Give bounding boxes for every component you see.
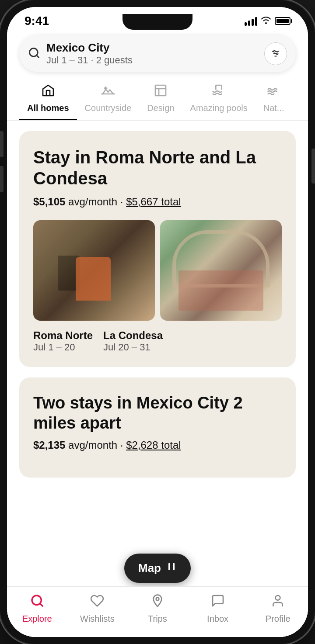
explore-icon bbox=[30, 594, 44, 611]
card-1-image-roma[interactable] bbox=[33, 220, 155, 321]
map-label: Map bbox=[138, 561, 161, 575]
nav-wishlists-label: Wishlists bbox=[80, 614, 115, 624]
tab-design-label: Design bbox=[147, 103, 174, 113]
search-bar[interactable]: Mexico City Jul 1 – 31 · 2 guests bbox=[19, 35, 296, 72]
card-1-price-avg: $5,105 bbox=[33, 196, 65, 208]
nav-profile[interactable]: Profile bbox=[260, 594, 295, 624]
sublocation-roma-name: Roma Norte bbox=[33, 329, 93, 342]
sublocation-condesa-name: La Condesa bbox=[103, 329, 163, 342]
map-pill[interactable]: Map bbox=[124, 554, 191, 583]
tab-design[interactable]: Design bbox=[139, 79, 182, 120]
nature-icon bbox=[267, 83, 281, 100]
notch bbox=[122, 14, 192, 30]
card-1-image-condesa[interactable] bbox=[160, 220, 282, 321]
sublocation-roma: Roma Norte Jul 1 – 20 bbox=[33, 329, 93, 353]
svg-point-2 bbox=[276, 53, 278, 55]
card-2-price-total[interactable]: $2,628 total bbox=[126, 439, 181, 451]
home-icon bbox=[41, 83, 55, 100]
inbox-icon bbox=[211, 594, 225, 611]
nav-explore-label: Explore bbox=[22, 614, 52, 624]
tab-all-homes[interactable]: All homes bbox=[19, 79, 77, 120]
card-1-price: $5,105 avg/month · $5,667 total bbox=[33, 196, 282, 208]
card-2-title: Two stays in Mexico City 2 miles apart bbox=[33, 393, 282, 433]
card-1-price-unit: avg/month · bbox=[68, 196, 126, 208]
status-time: 9:41 bbox=[24, 14, 49, 28]
tab-countryside[interactable]: Countryside bbox=[77, 79, 140, 120]
svg-point-1 bbox=[273, 50, 275, 52]
map-pause-icon bbox=[166, 561, 177, 575]
search-icon bbox=[28, 47, 40, 61]
tab-all-homes-label: All homes bbox=[27, 103, 69, 113]
svg-rect-5 bbox=[173, 563, 175, 570]
sublocation-condesa: La Condesa Jul 20 – 31 bbox=[103, 329, 163, 353]
card-2-price: $2,135 avg/month · $2,628 total bbox=[33, 439, 282, 451]
search-bar-container: Mexico City Jul 1 – 31 · 2 guests bbox=[7, 31, 308, 77]
card-2-price-unit: avg/month · bbox=[68, 439, 126, 451]
nav-trips-label: Trips bbox=[148, 614, 167, 624]
tab-nature[interactable]: Nat... bbox=[256, 79, 292, 120]
sublocation-condesa-dates: Jul 20 – 31 bbox=[103, 342, 163, 353]
search-details: Jul 1 – 31 · 2 guests bbox=[46, 55, 264, 66]
nav-wishlists[interactable]: Wishlists bbox=[80, 594, 115, 624]
tab-amazing-pools-label: Amazing pools bbox=[190, 103, 248, 113]
bottom-nav: Explore Wishlists Trips bbox=[7, 586, 308, 637]
wifi-icon bbox=[261, 16, 271, 26]
pool-icon bbox=[212, 83, 226, 100]
nav-inbox[interactable]: Inbox bbox=[200, 594, 235, 624]
svg-rect-3 bbox=[155, 85, 166, 96]
status-icons bbox=[245, 16, 290, 26]
sublocation-roma-dates: Jul 1 – 20 bbox=[33, 342, 93, 353]
search-text: Mexico City Jul 1 – 31 · 2 guests bbox=[46, 41, 264, 66]
map-pill-container: Map bbox=[124, 554, 191, 583]
battery-icon bbox=[275, 17, 290, 25]
tab-amazing-pools[interactable]: Amazing pools bbox=[182, 79, 256, 120]
card-1-title: Stay in Roma Norte and La Condesa bbox=[33, 147, 282, 189]
nav-trips[interactable]: Trips bbox=[140, 594, 175, 624]
tab-nature-label: Nat... bbox=[263, 103, 284, 113]
category-tabs: All homes Countryside bbox=[7, 77, 308, 121]
nav-explore[interactable]: Explore bbox=[20, 594, 55, 624]
stay-card-2[interactable]: Two stays in Mexico City 2 miles apart $… bbox=[19, 377, 296, 478]
filter-button[interactable] bbox=[264, 42, 287, 65]
countryside-icon bbox=[101, 83, 115, 100]
stay-card-1[interactable]: Stay in Roma Norte and La Condesa $5,105… bbox=[19, 131, 296, 367]
tab-countryside-label: Countryside bbox=[85, 103, 132, 113]
svg-rect-4 bbox=[168, 563, 170, 570]
svg-point-7 bbox=[156, 598, 159, 601]
wishlists-icon bbox=[90, 594, 104, 611]
svg-point-8 bbox=[276, 596, 280, 600]
design-icon bbox=[154, 83, 168, 100]
card-1-images bbox=[33, 220, 282, 321]
signal-icon bbox=[245, 16, 257, 26]
card-1-sublocations: Roma Norte Jul 1 – 20 La Condesa Jul 20 … bbox=[33, 329, 282, 353]
card-1-price-total[interactable]: $5,667 total bbox=[126, 196, 181, 208]
profile-icon bbox=[271, 594, 285, 611]
search-location: Mexico City bbox=[46, 41, 264, 55]
nav-inbox-label: Inbox bbox=[207, 614, 228, 624]
nav-profile-label: Profile bbox=[266, 614, 290, 624]
trips-icon bbox=[150, 594, 164, 611]
card-2-price-avg: $2,135 bbox=[33, 439, 65, 451]
